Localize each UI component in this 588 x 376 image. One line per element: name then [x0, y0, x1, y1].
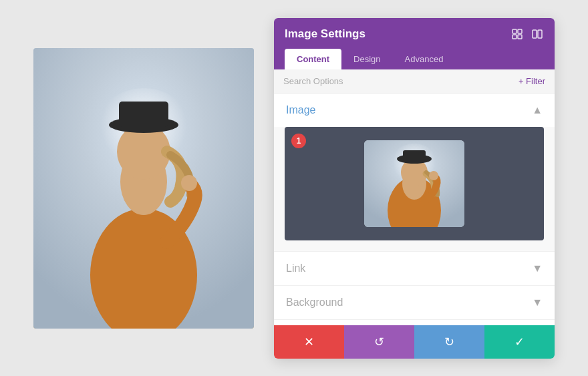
- undo-button[interactable]: ↺: [344, 325, 414, 359]
- search-options-label: Search Options: [283, 76, 343, 86]
- background-section-chevron: ▼: [532, 297, 543, 309]
- image-upload-area[interactable]: 1: [285, 127, 544, 240]
- link-section-header[interactable]: Link ▼: [274, 252, 555, 285]
- image-section-title: Image: [286, 104, 315, 116]
- svg-rect-10: [512, 35, 517, 39]
- tab-advanced[interactable]: Advanced: [393, 49, 456, 69]
- svg-rect-9: [518, 29, 522, 33]
- svg-point-21: [429, 171, 438, 180]
- tab-content[interactable]: Content: [285, 49, 341, 69]
- link-section-title: Link: [286, 262, 305, 274]
- panel-body: Image ▲ 1: [274, 93, 555, 325]
- panel-title: Image Settings: [285, 27, 365, 41]
- save-button[interactable]: ✓: [484, 325, 555, 359]
- svg-rect-6: [119, 102, 168, 127]
- image-badge: 1: [291, 134, 306, 148]
- svg-rect-13: [538, 30, 542, 38]
- image-section: Image ▲ 1: [274, 93, 555, 252]
- image-section-content: 1: [274, 127, 555, 251]
- link-section: Link ▼: [274, 252, 555, 286]
- svg-rect-20: [403, 150, 426, 161]
- panel-header: Image Settings: [274, 18, 555, 69]
- search-bar: Search Options + Filter: [274, 69, 555, 93]
- expand-icon[interactable]: [510, 27, 524, 41]
- redo-button[interactable]: ↻: [414, 325, 484, 359]
- tabs-row: Content Design Advanced: [285, 49, 544, 69]
- svg-point-7: [181, 175, 197, 191]
- image-section-header[interactable]: Image ▲: [274, 93, 555, 127]
- link-section-chevron: ▼: [532, 262, 543, 274]
- background-section-title: Background: [286, 297, 343, 309]
- svg-rect-11: [518, 35, 522, 39]
- panel-footer: ✕ ↺ ↻ ✓: [274, 325, 555, 359]
- cancel-button[interactable]: ✕: [274, 325, 344, 359]
- columns-icon[interactable]: [531, 27, 544, 41]
- image-section-chevron: ▲: [532, 104, 543, 116]
- tab-design[interactable]: Design: [341, 49, 392, 69]
- svg-rect-8: [512, 29, 517, 33]
- background-section: Background ▼: [274, 286, 555, 320]
- panel-header-icons: [510, 27, 544, 41]
- filter-button[interactable]: + Filter: [519, 76, 545, 86]
- panel-header-top: Image Settings: [285, 27, 544, 41]
- settings-panel: Image Settings: [274, 18, 555, 359]
- svg-rect-12: [533, 30, 537, 38]
- background-section-header[interactable]: Background ▼: [274, 286, 555, 319]
- left-preview-photo: [33, 48, 254, 329]
- image-thumbnail: [364, 140, 464, 227]
